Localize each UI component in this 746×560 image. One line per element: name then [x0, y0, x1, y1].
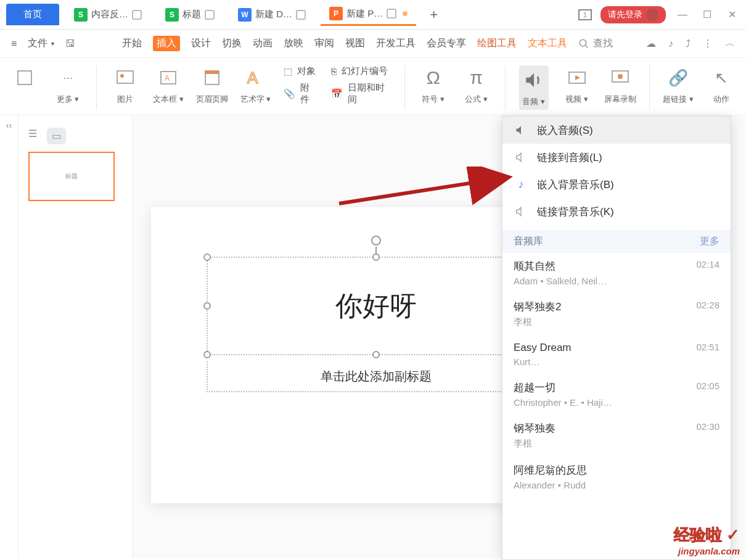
ribbon-more[interactable]: ⋯ 更多 ▾ [53, 65, 83, 105]
dd-link-audio[interactable]: 链接到音频(L) [502, 144, 731, 171]
screen-record-icon [608, 65, 633, 90]
menu-animation[interactable]: 动画 [253, 37, 273, 50]
menu-transition[interactable]: 切换 [222, 37, 242, 50]
collapse-ribbon-icon[interactable]: ︿ [725, 37, 735, 50]
save-icon[interactable]: 🖫 [65, 38, 75, 49]
subtitle-placeholder[interactable]: 单击此处添加副标题 [207, 361, 546, 392]
left-collapse-bar[interactable]: ‹‹ [0, 115, 18, 558]
new-tab-button[interactable]: + [422, 4, 445, 25]
menu-insert-active[interactable]: 插入 [153, 36, 180, 51]
share-icon[interactable]: ⤴ [686, 38, 691, 49]
svg-point-4 [120, 74, 124, 78]
ribbon-hyperlink[interactable]: 🔗 超链接 ▾ [663, 65, 693, 105]
dd-embed-audio[interactable]: 嵌入音频(S) [502, 117, 731, 144]
ribbon-symbol[interactable]: Ω 符号 ▾ [419, 65, 448, 105]
shapes-icon [12, 65, 37, 90]
menu-slideshow[interactable]: 放映 [284, 37, 303, 50]
minimize-button[interactable]: — [674, 9, 691, 21]
hamburger-button[interactable]: ≡ [11, 38, 17, 49]
tab-doc3[interactable]: W 新建 D… [229, 4, 314, 25]
tab-home[interactable]: 首页 [6, 4, 59, 25]
dd-embed-bgm[interactable]: ♪ 嵌入背景音乐(B) [502, 171, 731, 198]
track-row[interactable]: 阿维尼翁的反思 Alexander • Rudd [502, 457, 731, 498]
doc-close-icon[interactable] [296, 10, 306, 20]
track-name: 顺其自然 [514, 259, 719, 273]
cursor-icon: ↖ [709, 65, 734, 90]
ribbon-video-label: 视频 ▾ [565, 94, 588, 105]
maximize-button[interactable]: ☐ [699, 9, 715, 21]
ribbon: ⋯ 更多 ▾ 图片 A 文本框 ▾ 页眉页脚 A 艺术字 ▾ ⬚对象 📎附件 ⎘… [0, 58, 746, 115]
ribbon-hf[interactable]: 页眉页脚 [197, 65, 227, 105]
textbox-icon: A [156, 65, 181, 90]
thumbnail-tab[interactable]: ▭ [47, 128, 66, 144]
more-menu-icon[interactable]: ⋮ [703, 38, 713, 49]
doc-close-icon[interactable] [132, 10, 142, 20]
menu-devtools[interactable]: 开发工具 [376, 37, 416, 50]
dd-link-bgm[interactable]: 链接背景音乐(K) [502, 198, 731, 225]
ribbon-equation[interactable]: π 公式 ▾ [462, 65, 491, 105]
ribbon-screenrec[interactable]: 屏幕录制 [605, 65, 636, 105]
ribbon-datetime[interactable]: 📅日期和时间 [331, 82, 391, 105]
ribbon-hyperlink-label: 超链接 ▾ [663, 94, 694, 105]
attachment-icon: 📎 [284, 88, 295, 99]
track-row[interactable]: 02:05 超越一切 Christopher • E. • Haji… [502, 374, 731, 415]
ribbon-shapes[interactable] [10, 65, 39, 90]
ribbon-picture[interactable]: 图片 [110, 65, 140, 105]
speaker-link-icon [514, 150, 528, 165]
login-button[interactable]: 请先登录 [600, 6, 666, 23]
slide-title-text: 你好呀 [335, 288, 417, 324]
ribbon-screenrec-label: 屏幕录制 [604, 94, 636, 105]
tab-doc1[interactable]: S 内容反… [65, 4, 150, 25]
cloud-icon[interactable]: ☁ [646, 38, 656, 49]
track-artist: Kurt… [514, 356, 719, 367]
ribbon-wordart[interactable]: A 艺术字 ▾ [240, 65, 270, 105]
picture-icon [113, 65, 137, 90]
svg-line-1 [586, 45, 589, 48]
omega-icon: Ω [421, 65, 446, 90]
ribbon-textbox[interactable]: A 文本框 ▾ [154, 65, 183, 105]
outline-tab[interactable]: ☰ [28, 128, 37, 144]
ribbon-audio-active[interactable]: 音频 ▾ [519, 65, 549, 110]
menu-texttools[interactable]: 文本工具 [528, 37, 567, 50]
svg-rect-2 [18, 71, 31, 84]
track-name: 阿维尼翁的反思 [514, 463, 719, 477]
search-icon [578, 38, 589, 49]
window-mode-icon[interactable]: 1 [578, 9, 592, 20]
notification-icon[interactable]: ♪ [668, 38, 673, 49]
menu-start[interactable]: 开始 [122, 37, 142, 50]
tab-doc4-active[interactable]: P 新建 P… [321, 3, 416, 26]
track-artist: 李根 [514, 316, 719, 328]
track-row[interactable]: 02:28 钢琴独奏2 李根 [502, 294, 731, 336]
slide-thumbnail-1[interactable]: 标题 [28, 152, 115, 201]
tab-doc2[interactable]: S 标题 [157, 4, 223, 25]
ribbon-video[interactable]: 视频 ▾ [562, 65, 592, 105]
file-menu[interactable]: 文件 ▾ [28, 37, 54, 50]
menu-vip[interactable]: 会员专享 [427, 37, 466, 50]
ribbon-equation-label: 公式 ▾ [465, 94, 488, 105]
rotate-handle-icon[interactable] [371, 236, 381, 245]
ribbon-slidenum[interactable]: ⎘幻灯片编号 [331, 65, 391, 77]
track-row[interactable]: 02:51 Easy Dream Kurt… [502, 336, 731, 374]
track-row[interactable]: 02:14 顺其自然 Adam • Salkeld, Neil… [502, 253, 731, 294]
search-box[interactable]: 查找 [578, 37, 613, 50]
header-footer-icon [200, 65, 224, 90]
ribbon-picture-label: 图片 [117, 94, 133, 105]
ribbon-action[interactable]: ↖ 动作 [707, 65, 736, 105]
track-artist: Christopher • E. • Haji… [514, 397, 719, 408]
link-icon: 🔗 [666, 65, 691, 90]
more-icon: ⋯ [55, 65, 80, 90]
watermark: 经验啦 ✓ jingyanla.com [674, 524, 740, 556]
ribbon-object[interactable]: ⬚对象 [284, 65, 317, 77]
close-button[interactable]: ✕ [724, 9, 740, 21]
library-more-link[interactable]: 更多 [700, 235, 719, 248]
menu-view[interactable]: 视图 [345, 37, 365, 50]
doc-close-icon[interactable] [205, 10, 215, 20]
menu-design[interactable]: 设计 [191, 37, 211, 50]
svg-point-0 [580, 39, 587, 46]
track-row[interactable]: 02:30 钢琴独奏 李根 [502, 415, 731, 457]
menu-drawtools[interactable]: 绘图工具 [477, 37, 517, 50]
menu-review[interactable]: 审阅 [314, 37, 334, 50]
title-placeholder[interactable]: 你好呀 [207, 257, 546, 355]
doc-close-icon[interactable] [387, 9, 396, 19]
ribbon-attachment[interactable]: 📎附件 [284, 82, 317, 105]
